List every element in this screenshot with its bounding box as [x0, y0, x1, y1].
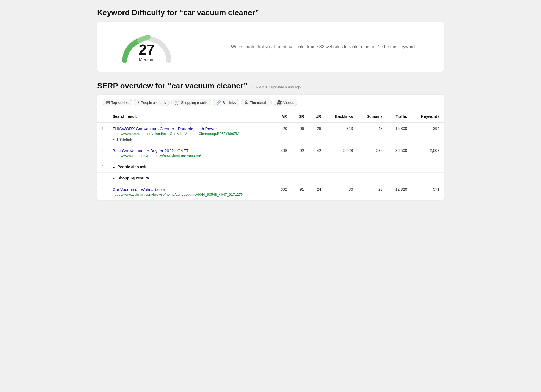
shopping-icon: 🛒 [175, 100, 179, 105]
result-4-traffic: 12,320 [387, 184, 412, 200]
result-4-cell: Car Vacuums - Walmart.com https://www.wa… [108, 184, 273, 200]
serp-title: SERP overview for “car vacuum cleaner” [97, 81, 247, 90]
top-stories-icon: ▦ [106, 100, 110, 105]
result-4-backlinks: 36 [326, 184, 357, 200]
gauge-svg: 27 Medium [119, 30, 174, 63]
result-2-backlinks: 2,928 [326, 145, 357, 161]
gauge-score-label: Medium [139, 57, 155, 62]
serp-card: ▦ Top stories ? People also ask 🛒 Shoppi… [97, 95, 444, 200]
col-rank [97, 110, 108, 123]
result-4-title[interactable]: Car Vacuums - Walmart.com [113, 187, 165, 192]
feature-shopping-cell: ▶ Shopping results [108, 173, 444, 184]
col-dr: DR [291, 110, 308, 123]
result-1-backlinks: 343 [326, 123, 357, 145]
result-4-keywords: 571 [411, 184, 444, 200]
kd-divider [199, 33, 199, 61]
pill-videos-label: Videos [283, 100, 294, 105]
result-2-ar: 409 [273, 145, 291, 161]
gauge-number: 27 [139, 42, 155, 57]
serp-table: Search result AR DR UR Backlinks Domains… [97, 110, 444, 200]
result-2-domains: 235 [357, 145, 387, 161]
result-1-keywords: 394 [411, 123, 444, 145]
result-1-traffic: 15,300 [387, 123, 412, 145]
expand-shopping-icon: ▶ [113, 177, 115, 180]
table-row: 1 THISWORX Car Vacuum Cleaner - Portable… [97, 123, 444, 145]
serp-updated: SERP & KD updated a day ago [251, 85, 301, 89]
result-4-domains: 23 [357, 184, 387, 200]
feature-shopping-results[interactable]: ▶ Shopping results [113, 176, 439, 180]
gauge-container: 27 Medium [108, 30, 185, 63]
feature-pills: ▦ Top stories ? People also ask 🛒 Shoppi… [97, 95, 444, 110]
result-2-cell: Best Car Vacuum to Buy for 2022 - CNET h… [108, 145, 273, 161]
pill-shopping-results[interactable]: 🛒 Shopping results [171, 99, 211, 106]
gauge-value: 27 Medium [139, 42, 155, 62]
pill-videos[interactable]: 🎥 Videos [274, 99, 298, 106]
serp-header: SERP overview for “car vacuum cleaner” S… [97, 81, 444, 90]
rank-1: 1 [97, 123, 108, 145]
pill-top-stories[interactable]: ▦ Top stories [103, 99, 132, 106]
result-1-ur: 26 [308, 123, 326, 145]
result-1-title[interactable]: THISWORX Car Vacuum Cleaner - Portable, … [113, 126, 222, 131]
result-2-dr: 92 [291, 145, 308, 161]
expand-icon: ▶ [113, 166, 115, 169]
videos-icon: 🎥 [277, 100, 282, 105]
pill-people-also-ask-label: People also ask [141, 100, 166, 105]
rank-4: 4 [97, 184, 108, 200]
kd-description: We estimate that you’ll need backlinks f… [213, 43, 433, 50]
result-2-url: https://www.cnet.com/roadshow/news/best-… [113, 154, 269, 158]
col-ar: AR [273, 110, 291, 123]
rank-empty [97, 173, 108, 184]
col-backlinks: Backlinks [326, 110, 357, 123]
feature-people-also-ask-cell: ▶ People also ask [108, 161, 444, 173]
thumbnails-icon: 🖼 [245, 100, 248, 105]
result-1-domains: 48 [357, 123, 387, 145]
pill-thumbnails[interactable]: 🖼 Thumbnails [241, 99, 272, 106]
table-row: 4 Car Vacuums - Walmart.com https://www.… [97, 184, 444, 200]
result-1-sitelink[interactable]: ▶ 1 Sitelink [113, 137, 269, 141]
col-keywords: Keywords [411, 110, 444, 123]
result-2-traffic: 36,500 [387, 145, 412, 161]
table-row-feature: ▶ Shopping results [97, 173, 444, 184]
result-1-cell: THISWORX Car Vacuum Cleaner - Portable, … [108, 123, 273, 145]
feature-shopping-label: Shopping results [118, 176, 149, 180]
pill-sitelinks-label: Sitelinks [222, 100, 236, 105]
sitelinks-icon: 🔗 [216, 100, 221, 105]
pill-sitelinks[interactable]: 🔗 Sitelinks [213, 99, 239, 106]
result-4-ar: 602 [273, 184, 291, 200]
result-2-title[interactable]: Best Car Vacuum to Buy for 2022 - CNET [113, 148, 189, 153]
rank-3: 3 [97, 161, 108, 173]
result-2-ur: 42 [308, 145, 326, 161]
col-traffic: Traffic [387, 110, 412, 123]
pill-thumbnails-label: Thumbnails [250, 100, 268, 105]
result-4-ur: 24 [308, 184, 326, 200]
people-also-ask-icon: ? [137, 100, 140, 105]
col-search-result: Search result [108, 110, 273, 123]
feature-people-also-ask-label: People also ask [118, 165, 146, 169]
table-row: 2 Best Car Vacuum to Buy for 2022 - CNET… [97, 145, 444, 161]
rank-2: 2 [97, 145, 108, 161]
table-row-feature: 3 ▶ People also ask [97, 161, 444, 173]
kd-card: 27 Medium We estimate that you’ll need b… [97, 22, 444, 72]
result-1-ar: 28 [273, 123, 291, 145]
sitelink-label: 1 Sitelink [116, 137, 132, 141]
result-1-url: https://www.amazon.com/Handheld-Car-Mini… [113, 132, 269, 136]
sitelink-arrow: ▶ [113, 138, 115, 141]
result-2-keywords: 2,003 [411, 145, 444, 161]
pill-top-stories-label: Top stories [111, 100, 129, 105]
result-4-url: https://www.walmart.com/browse/home/car-… [113, 192, 269, 197]
pill-shopping-label: Shopping results [181, 100, 207, 105]
feature-people-also-ask[interactable]: ▶ People also ask [113, 165, 439, 169]
col-ur: UR [308, 110, 326, 123]
col-domains: Domains [357, 110, 387, 123]
result-1-dr: 96 [291, 123, 308, 145]
pill-people-also-ask[interactable]: ? People also ask [134, 99, 170, 106]
kd-title: Keyword Difficulty for “car vacuum clean… [97, 8, 444, 17]
result-4-dr: 91 [291, 184, 308, 200]
